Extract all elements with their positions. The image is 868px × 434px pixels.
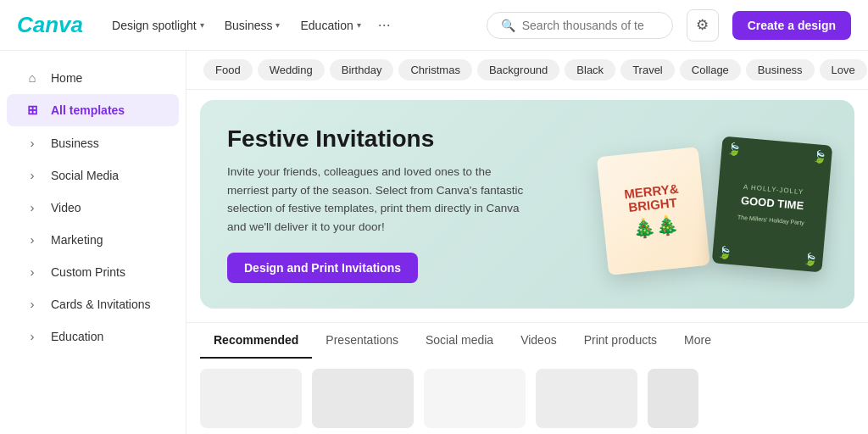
festive-invitations-banner: Festive Invitations Invite your friends,… xyxy=(200,100,854,309)
content-tabs: Recommended Presentations Social media V… xyxy=(186,322,868,359)
holly-left-icon: 🍃 xyxy=(726,142,742,156)
card-left-text: MERRY& BRIGHT xyxy=(623,181,681,215)
holly-decorations-top: 🍃 🍃 xyxy=(726,142,827,164)
nav-business[interactable]: Business ▾ xyxy=(216,14,289,37)
template-thumbnail[interactable] xyxy=(200,369,302,428)
category-birthday[interactable]: Birthday xyxy=(330,59,394,81)
category-food[interactable]: Food xyxy=(203,59,253,81)
sidebar-item-education[interactable]: › Education xyxy=(7,320,179,352)
chevron-right-icon: › xyxy=(24,297,41,311)
category-collage[interactable]: Collage xyxy=(680,59,741,81)
holly-decorations-bottom: 🍃 🍃 xyxy=(717,245,818,267)
banner-text-block: Festive Invitations Invite your friends,… xyxy=(227,125,527,283)
canva-logo[interactable]: Canva xyxy=(17,12,83,38)
sidebar-item-cards-invitations[interactable]: › Cards & Invitations xyxy=(7,288,179,320)
merry-bright-card: MERRY& BRIGHT 🎄🎄 xyxy=(597,147,710,275)
tab-videos[interactable]: Videos xyxy=(507,323,570,359)
sidebar: ⌂ Home ⊞ All templates › Business › Soci… xyxy=(0,51,186,434)
category-background[interactable]: Background xyxy=(477,59,559,81)
category-christmas[interactable]: Christmas xyxy=(398,59,472,81)
main-content: Food Wedding Birthday Christmas Backgrou… xyxy=(186,51,868,434)
template-thumbnail[interactable] xyxy=(536,369,637,428)
template-thumbnail[interactable] xyxy=(312,369,414,428)
tab-social-media[interactable]: Social media xyxy=(412,323,507,359)
chevron-down-icon: ▾ xyxy=(200,20,204,30)
sidebar-item-label: Education xyxy=(51,330,103,343)
grid-icon: ⊞ xyxy=(24,103,41,118)
banner-illustration: MERRY& BRIGHT 🎄🎄 🍃 🍃 A HOLLY-JOLLY GOOD … xyxy=(527,136,827,272)
home-icon: ⌂ xyxy=(24,70,41,85)
banner-description: Invite your friends, colleagues and love… xyxy=(227,163,527,236)
holly-right-icon: 🍃 xyxy=(811,149,826,164)
card-body: The Millers' Holiday Party xyxy=(737,214,804,225)
nav-design-spotlight[interactable]: Design spotlight ▾ xyxy=(103,14,213,37)
chevron-down-icon: ▾ xyxy=(357,20,361,30)
category-travel[interactable]: Travel xyxy=(620,59,675,81)
sidebar-item-label: Home xyxy=(51,71,82,85)
nav-education-label: Education xyxy=(300,19,353,32)
sidebar-item-marketing[interactable]: › Marketing xyxy=(7,224,179,255)
chevron-right-icon: › xyxy=(24,329,41,343)
sidebar-item-label: Business xyxy=(51,136,99,150)
category-tabs: Food Wedding Birthday Christmas Backgrou… xyxy=(186,51,868,90)
sidebar-item-home[interactable]: ⌂ Home xyxy=(7,62,179,93)
search-input[interactable] xyxy=(522,19,658,32)
template-thumbnail[interactable] xyxy=(424,369,526,428)
sidebar-item-label: Custom Prints xyxy=(51,265,125,279)
chevron-right-icon: › xyxy=(24,200,41,214)
design-print-invitations-button[interactable]: Design and Print Invitations xyxy=(227,253,418,283)
chevron-right-icon: › xyxy=(24,264,41,279)
create-design-button[interactable]: Create a design xyxy=(732,11,851,40)
nav-education[interactable]: Education ▾ xyxy=(292,14,369,37)
category-wedding[interactable]: Wedding xyxy=(258,59,325,81)
sidebar-item-custom-prints[interactable]: › Custom Prints xyxy=(7,256,179,287)
chevron-right-icon: › xyxy=(24,232,41,247)
search-icon: 🔍 xyxy=(501,19,515,32)
search-box[interactable]: 🔍 xyxy=(487,12,673,39)
top-navigation: Canva Design spotlight ▾ Business ▾ Educ… xyxy=(0,0,868,51)
nav-design-spotlight-label: Design spotlight xyxy=(112,19,197,32)
template-thumbnails xyxy=(186,359,868,431)
sidebar-item-label: Social Media xyxy=(51,169,119,182)
holly-jolly-card: 🍃 🍃 A HOLLY-JOLLY GOOD TIME The Millers'… xyxy=(712,136,833,273)
tab-print-products[interactable]: Print products xyxy=(570,323,670,359)
chevron-right-icon: › xyxy=(24,168,41,182)
main-layout: ⌂ Home ⊞ All templates › Business › Soci… xyxy=(0,51,868,434)
settings-button[interactable]: ⚙ xyxy=(687,9,719,42)
nav-business-label: Business xyxy=(225,19,273,32)
sidebar-item-social-media[interactable]: › Social Media xyxy=(7,159,179,191)
sidebar-item-label: Video xyxy=(51,201,81,214)
category-black[interactable]: Black xyxy=(565,59,615,81)
sidebar-item-label: Marketing xyxy=(51,233,103,247)
banner-title: Festive Invitations xyxy=(227,125,527,153)
bright-text: BRIGHT xyxy=(625,196,681,215)
sidebar-item-label: Cards & Invitations xyxy=(51,298,151,311)
tab-presentations[interactable]: Presentations xyxy=(312,323,412,359)
holly-bottom-left-icon: 🍃 xyxy=(717,245,732,259)
holly-bottom-right-icon: 🍃 xyxy=(803,253,818,267)
tab-more[interactable]: More xyxy=(670,323,725,359)
tab-recommended[interactable]: Recommended xyxy=(200,323,312,359)
template-thumbnail[interactable] xyxy=(648,369,698,428)
sidebar-item-business[interactable]: › Business xyxy=(7,127,179,159)
category-love[interactable]: Love xyxy=(820,59,867,81)
sidebar-item-video[interactable]: › Video xyxy=(7,192,179,223)
more-options-button[interactable]: ··· xyxy=(373,11,396,39)
category-business[interactable]: Business xyxy=(746,59,815,81)
chevron-down-icon: ▾ xyxy=(275,20,280,30)
chevron-right-icon: › xyxy=(24,136,41,150)
christmas-tree-icon: 🎄🎄 xyxy=(632,214,679,241)
sidebar-item-all-templates[interactable]: ⊞ All templates xyxy=(7,94,179,126)
sidebar-item-label: All templates xyxy=(51,103,125,117)
nav-items: Design spotlight ▾ Business ▾ Education … xyxy=(103,11,473,39)
card-title: GOOD TIME xyxy=(740,194,804,213)
